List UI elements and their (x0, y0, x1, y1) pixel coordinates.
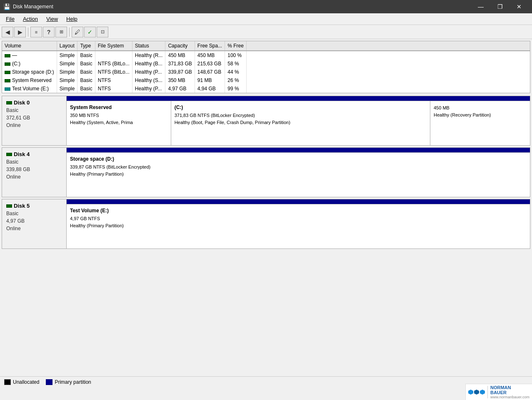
vol-extra (246, 68, 530, 76)
col-volume[interactable]: Volume (2, 41, 57, 51)
vol-extra (246, 51, 530, 60)
vol-free: 91 MB (195, 76, 225, 84)
vol-layout: Simple (57, 76, 77, 84)
properties-button[interactable]: ⊡ (97, 27, 108, 37)
menu-view[interactable]: View (42, 14, 62, 24)
vol-free: 215,63 GB (195, 60, 225, 68)
vol-type: Basic (77, 68, 95, 76)
vol-status: Healthy (R... (132, 51, 165, 60)
menu-action[interactable]: Action (19, 14, 42, 24)
vol-type: Basic (77, 84, 95, 93)
vol-type: Basic (77, 51, 95, 60)
vol-pct: 26 % (225, 76, 247, 84)
vol-name: Storage space (D:) (2, 68, 57, 76)
partition-name: Test Volume (E:) (70, 207, 527, 214)
vol-layout: Simple (57, 51, 77, 60)
vol-status: Healthy (B... (132, 60, 165, 68)
partition-detail1: 339,87 GB NTFS (BitLocker Encrypted) (70, 164, 527, 171)
logo-brand: NORMANBAUER (490, 385, 530, 395)
check-button[interactable]: ✓ (84, 27, 96, 37)
disk-detail: Basic339,88 GBOnline (6, 158, 62, 181)
menu-help[interactable]: Help (62, 14, 82, 24)
partition-detail2: Healthy (Primary Partition) (70, 222, 527, 229)
restore-button[interactable]: ❐ (490, 0, 510, 13)
disk-label: Disk 4 Basic339,88 GBOnline (2, 148, 67, 197)
vol-status: Healthy (P... (132, 68, 165, 76)
toolbar-sep-1 (28, 27, 28, 37)
table-row[interactable]: System Reserved Simple Basic NTFS Health… (2, 76, 530, 84)
toolbar: ◀ ▶ ≡ ? ⊞ 🖊 ✓ ⊡ (0, 25, 532, 39)
menu-file[interactable]: File (2, 14, 19, 24)
disk-row: Disk 0 Basic372,61 GBOnline System Reser… (2, 96, 530, 146)
logo-text-block: NORMANBAUER www.normanbauer.com (490, 385, 530, 399)
col-pct[interactable]: % Free (225, 41, 247, 51)
vol-name: — (2, 51, 57, 60)
vol-layout: Simple (57, 84, 77, 93)
col-free[interactable]: Free Spa... (195, 41, 225, 51)
connect-button[interactable]: 🖊 (72, 27, 83, 37)
partition[interactable]: Test Volume (E:) 4,97 GB NTFS Healthy (P… (67, 204, 530, 248)
vol-extra (246, 60, 530, 68)
partition-detail2: Healthy (System, Active, Prima (70, 119, 167, 126)
disk-list-button[interactable]: ⊞ (55, 27, 67, 37)
disk-partitions-wrap: Storage space (D:) 339,87 GB NTFS (BitLo… (67, 148, 530, 197)
disk-label: Disk 5 Basic4,97 GBOnline (2, 199, 67, 248)
col-capacity[interactable]: Capacity (165, 41, 195, 51)
vol-layout: Simple (57, 68, 77, 76)
vol-capacity: 450 MB (165, 51, 195, 60)
disk-row: Disk 5 Basic4,97 GBOnline Test Volume (E… (2, 199, 530, 249)
col-layout[interactable]: Layout (57, 41, 77, 51)
partition-detail1: 450 MB (434, 104, 527, 112)
vol-fs: NTFS (95, 76, 132, 84)
table-row[interactable]: — Simple Basic Healthy (R... 450 MB 450 … (2, 51, 530, 60)
vol-fs: NTFS (95, 84, 132, 93)
vol-layout: Simple (57, 60, 77, 68)
vol-free: 450 MB (195, 51, 225, 60)
minimize-button[interactable]: — (471, 0, 490, 13)
hex-1 (468, 390, 473, 395)
vol-fs: NTFS (BitLo... (95, 60, 132, 68)
volume-list-button[interactable]: ≡ (30, 27, 42, 37)
partition-name: (C:) (175, 104, 427, 111)
partition[interactable]: Storage space (D:) 339,87 GB NTFS (BitLo… (67, 153, 530, 197)
logo-divider (487, 386, 488, 398)
window-controls: — ❐ ✕ (471, 0, 529, 13)
legend-unallocated-box (4, 379, 11, 385)
col-status[interactable]: Status (132, 41, 165, 51)
disk-bar (67, 96, 530, 101)
col-type[interactable]: Type (77, 41, 95, 51)
vol-status: Healthy (P... (132, 84, 165, 93)
vol-pct: 100 % (225, 51, 247, 60)
vol-pct: 44 % (225, 68, 247, 76)
vol-capacity: 339,87 GB (165, 68, 195, 76)
col-fs[interactable]: File System (95, 41, 132, 51)
table-row[interactable]: Test Volume (E:) Simple Basic NTFS Healt… (2, 84, 530, 93)
help-button[interactable]: ? (43, 27, 55, 37)
vol-type: Basic (77, 60, 95, 68)
volume-panel: Volume Layout Type File System Status Ca… (2, 41, 530, 93)
menu-bar: File Action View Help (0, 13, 532, 25)
disk-name: Disk 4 (6, 151, 62, 157)
vol-name: Test Volume (E:) (2, 84, 57, 93)
disk-name: Disk 5 (6, 203, 62, 209)
disk-partitions-wrap: System Reserved 350 MB NTFS Healthy (Sys… (67, 96, 530, 145)
close-button[interactable]: ✕ (510, 0, 529, 13)
partition[interactable]: (C:) 371,83 GB NTFS (BitLocker Encrypted… (171, 101, 430, 145)
forward-button[interactable]: ▶ (14, 27, 26, 37)
volume-table: Volume Layout Type File System Status Ca… (2, 41, 530, 93)
back-button[interactable]: ◀ (2, 27, 13, 37)
table-row[interactable]: Storage space (D:) Simple Basic NTFS (Bi… (2, 68, 530, 76)
disk-detail: Basic4,97 GBOnline (6, 210, 62, 232)
disk-detail: Basic372,61 GBOnline (6, 107, 62, 129)
partition-detail2: Healthy (Recovery Partition) (434, 112, 527, 119)
disk-parts-row: System Reserved 350 MB NTFS Healthy (Sys… (67, 101, 530, 145)
vol-free: 4,94 GB (195, 84, 225, 93)
disk-name: Disk 0 (6, 99, 62, 106)
table-row[interactable]: (C:) Simple Basic NTFS (BitLo... Healthy… (2, 60, 530, 68)
vol-capacity: 4,97 GB (165, 84, 195, 93)
partition[interactable]: 450 MB Healthy (Recovery Partition) (430, 101, 530, 145)
partition-name: System Reserved (70, 104, 167, 111)
legend-primary-box (46, 379, 52, 385)
vol-capacity: 371,83 GB (165, 60, 195, 68)
partition[interactable]: System Reserved 350 MB NTFS Healthy (Sys… (67, 101, 171, 145)
